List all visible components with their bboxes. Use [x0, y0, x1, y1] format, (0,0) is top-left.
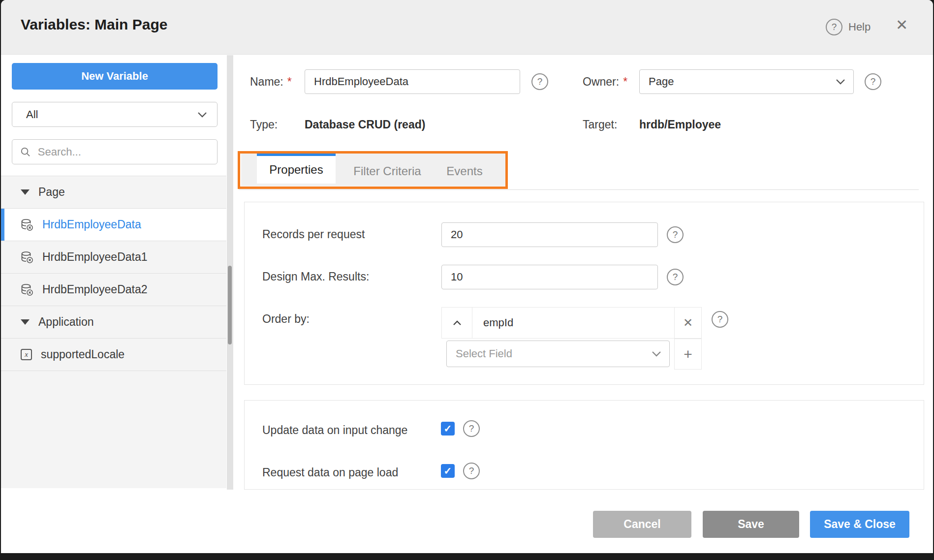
request-on-load-checkbox[interactable]: ✓	[441, 464, 455, 478]
tree-group-label: Page	[38, 186, 65, 199]
caret-up-icon	[453, 320, 462, 326]
tree-item-hrdbemployeedata[interactable]: HrdbEmployeeData	[1, 209, 226, 241]
tree-item-supportedlocale[interactable]: x supportedLocale	[1, 339, 226, 371]
owner-label: Owner:*	[583, 75, 627, 89]
background-page-edge	[0, 553, 934, 560]
close-icon[interactable]: ✕	[896, 18, 908, 32]
variable-icon: x	[21, 349, 32, 360]
name-help-icon[interactable]: ?	[531, 73, 548, 90]
design-max-input[interactable]	[441, 265, 658, 289]
plus-icon: +	[684, 346, 692, 363]
tree-item-hrdbemployeedata1[interactable]: HrdbEmployeeData1	[1, 241, 226, 274]
variables-dialog: Variables: Main Page ? Help ✕ New Variab…	[1, 0, 933, 553]
order-by-label: Order by:	[262, 312, 310, 326]
tree-group-label: Application	[38, 315, 94, 329]
sidebar-scrollbar-thumb[interactable]	[228, 266, 232, 344]
check-icon: ✓	[444, 465, 452, 477]
tree-item-label: supportedLocale	[41, 348, 125, 361]
order-field-value[interactable]: empId	[472, 307, 675, 339]
design-max-label: Design Max. Results:	[262, 270, 369, 283]
chevron-down-icon	[197, 112, 207, 118]
select-field-dropdown[interactable]: Select Field	[446, 341, 670, 367]
name-input[interactable]	[305, 69, 520, 94]
name-label: Name:*	[250, 75, 292, 89]
tree-item-label: HrdbEmployeeData2	[42, 283, 148, 296]
dialog-footer: Cancel Save Save & Close	[1, 490, 933, 553]
tab-events[interactable]: Events	[440, 156, 489, 186]
add-order-field-button[interactable]: +	[674, 339, 702, 370]
tab-bar-underline	[239, 189, 919, 190]
variables-sidebar: New Variable All Page	[1, 55, 226, 490]
owner-dropdown[interactable]: Page	[639, 69, 854, 94]
tree-empty-area	[1, 371, 226, 488]
owner-value: Page	[649, 75, 674, 88]
chevron-down-icon	[836, 79, 845, 85]
search-icon	[20, 146, 31, 158]
tree-item-hrdbemployeedata2[interactable]: HrdbEmployeeData2	[1, 274, 226, 306]
update-on-input-help-icon[interactable]: ?	[463, 420, 480, 437]
data-options-panel: Update data on input change ✓ ? Request …	[244, 400, 924, 490]
tree-group-application[interactable]: Application	[1, 306, 226, 339]
database-icon	[21, 283, 33, 296]
select-field-placeholder: Select Field	[456, 347, 512, 360]
design-max-help-icon[interactable]: ?	[667, 269, 684, 285]
tree-item-label: HrdbEmployeeData	[42, 218, 141, 231]
request-on-load-help-icon[interactable]: ?	[463, 463, 480, 479]
database-icon	[21, 251, 33, 264]
collapse-triangle-icon[interactable]	[21, 189, 30, 195]
search-field[interactable]	[12, 139, 218, 164]
screenshot-root: Variables: Main Page ? Help ✕ New Variab…	[0, 0, 934, 560]
target-value: hrdb/Employee	[639, 118, 721, 131]
tab-filter-criteria[interactable]: Filter Criteria	[345, 156, 429, 186]
dialog-header: Variables: Main Page ? Help ✕	[1, 0, 933, 55]
type-label: Type:	[250, 118, 278, 131]
database-icon	[21, 218, 33, 231]
request-on-load-label: Request data on page load	[262, 466, 398, 479]
save-button[interactable]: Save	[703, 511, 799, 538]
tab-bar: Properties Filter Criteria Events	[241, 154, 505, 186]
save-and-close-button[interactable]: Save & Close	[810, 511, 909, 538]
required-marker: *	[623, 75, 627, 88]
variable-filter-value: All	[26, 108, 38, 121]
sidebar-divider	[227, 55, 233, 490]
help-button[interactable]: ? Help	[826, 19, 871, 35]
order-by-help-icon[interactable]: ?	[712, 311, 728, 328]
selected-indicator-bar	[1, 209, 4, 241]
variable-detail-panel: Name:* ? Owner:* Page ? Type: Database C…	[233, 55, 933, 490]
variables-tree: Page HrdbEmployeeData	[1, 176, 226, 488]
new-variable-button[interactable]: New Variable	[12, 63, 218, 90]
variable-filter-dropdown[interactable]: All	[12, 102, 218, 127]
type-value: Database CRUD (read)	[305, 118, 425, 131]
records-per-request-label: Records per request	[262, 228, 365, 241]
help-label[interactable]: Help	[848, 21, 871, 33]
tree-item-label: HrdbEmployeeData1	[42, 250, 148, 264]
search-input[interactable]	[38, 146, 209, 158]
properties-panel: Records per request ? Design Max. Result…	[244, 202, 924, 385]
dialog-title: Variables: Main Page	[21, 16, 167, 33]
check-icon: ✓	[444, 423, 452, 435]
cancel-button[interactable]: Cancel	[593, 511, 691, 538]
target-label: Target:	[583, 118, 617, 131]
owner-help-icon[interactable]: ?	[865, 73, 881, 90]
remove-icon: ✕	[683, 316, 693, 330]
required-marker: *	[287, 75, 292, 88]
records-per-request-input[interactable]	[441, 222, 658, 247]
chevron-down-icon	[652, 351, 661, 357]
remove-order-field-button[interactable]: ✕	[674, 307, 702, 339]
update-on-input-checkbox[interactable]: ✓	[441, 422, 455, 436]
records-help-icon[interactable]: ?	[667, 226, 684, 243]
update-on-input-label: Update data on input change	[262, 424, 407, 437]
collapse-triangle-icon[interactable]	[21, 319, 30, 325]
tree-group-page[interactable]: Page	[1, 176, 226, 209]
tab-properties[interactable]: Properties	[257, 154, 336, 184]
sort-direction-button[interactable]	[441, 307, 472, 339]
help-question-icon[interactable]: ?	[826, 19, 842, 35]
